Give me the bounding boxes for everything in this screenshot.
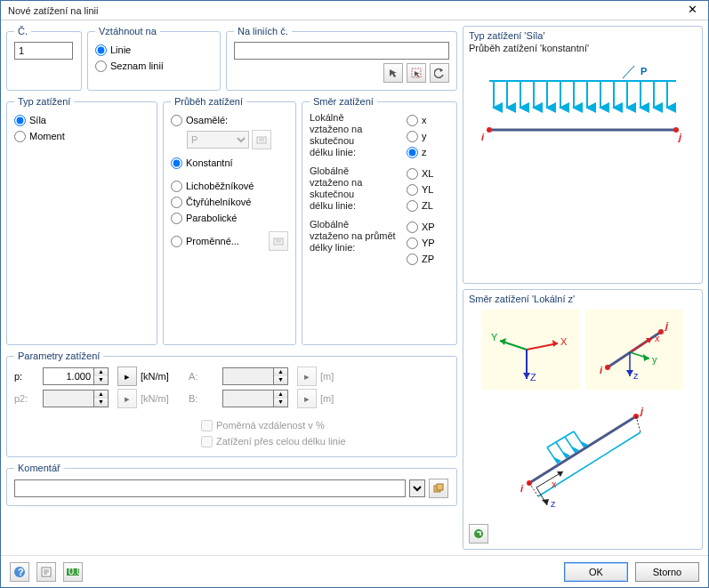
group-load-type: Typ zatížení Síla Moment bbox=[6, 96, 157, 345]
p2-extra-icon: ▸ bbox=[117, 389, 137, 408]
radio-xl[interactable] bbox=[407, 168, 418, 180]
cancel-button[interactable]: Storno bbox=[635, 562, 699, 582]
edit-combo-icon bbox=[252, 130, 271, 149]
axes-local-icon: i j x y z bbox=[585, 310, 683, 390]
preview1-diagram: P i j bbox=[476, 59, 689, 165]
global-real-label: Globálně vztaženo na skutečnou délku lin… bbox=[310, 165, 407, 212]
comment-input[interactable] bbox=[14, 479, 406, 497]
svg-line-56 bbox=[574, 431, 584, 447]
close-icon[interactable]: ✕ bbox=[680, 3, 705, 19]
group-load-distribution: Průběh zatížení Osamělé: P Konstantní Li… bbox=[163, 96, 296, 345]
radio-zl[interactable] bbox=[407, 200, 418, 212]
radio-konstantni[interactable] bbox=[171, 157, 182, 169]
svg-line-53 bbox=[547, 447, 558, 463]
radio-xp[interactable] bbox=[407, 222, 418, 233]
group-refer-to: Vztáhnout na Linie Seznam linií bbox=[87, 26, 221, 91]
svg-text:j: j bbox=[664, 320, 669, 331]
ok-button[interactable]: OK bbox=[564, 562, 628, 582]
comment-dropdown[interactable] bbox=[409, 479, 425, 497]
svg-line-48 bbox=[529, 416, 636, 483]
svg-text:z: z bbox=[633, 370, 639, 381]
chk-relative bbox=[201, 420, 213, 431]
lines-input[interactable] bbox=[234, 42, 449, 60]
radio-yl[interactable] bbox=[407, 184, 418, 196]
radio-licho[interactable] bbox=[171, 181, 182, 192]
legend-load-direction: Směr zatížení bbox=[310, 96, 377, 107]
radio-sila[interactable] bbox=[14, 115, 26, 126]
preview1-title: Typ zatížení 'Síla' bbox=[469, 30, 697, 41]
notes-icon[interactable] bbox=[36, 562, 56, 582]
svg-rect-8 bbox=[437, 484, 443, 490]
window-title: Nové zatížení na linii bbox=[8, 5, 680, 16]
legend-number: Č. bbox=[14, 26, 31, 36]
radio-ctyru[interactable] bbox=[171, 197, 182, 208]
svg-line-25 bbox=[623, 66, 634, 78]
svg-line-54 bbox=[556, 442, 567, 458]
axes-global-icon: X Y Z bbox=[482, 310, 580, 390]
svg-text:z: z bbox=[551, 498, 556, 509]
svg-text:Z: Z bbox=[530, 372, 536, 383]
b-unit: [m] bbox=[320, 393, 347, 404]
p-up[interactable]: ▲ bbox=[94, 368, 108, 376]
legend-parameters: Parametry zatížení bbox=[14, 350, 103, 361]
legend-refer-to: Vztáhnout na bbox=[95, 26, 160, 36]
radio-osamele[interactable] bbox=[171, 115, 182, 126]
svg-text:x: x bbox=[552, 479, 557, 489]
select-box-icon[interactable] bbox=[407, 63, 426, 83]
svg-text:X: X bbox=[560, 336, 568, 347]
a-unit: [m] bbox=[320, 371, 347, 382]
legend-on-lines: Na liniích č. bbox=[234, 26, 292, 36]
radio-x[interactable] bbox=[407, 115, 418, 126]
comment-library-icon[interactable] bbox=[429, 479, 448, 498]
radio-yp[interactable] bbox=[407, 238, 418, 249]
group-load-direction: Směr zatížení Lokálně vztaženo na skuteč… bbox=[302, 96, 457, 345]
a-label: A: bbox=[189, 371, 219, 382]
svg-text:P: P bbox=[641, 66, 647, 77]
button-bar: ? 0.00 OK Storno bbox=[1, 555, 708, 587]
svg-text:j: j bbox=[677, 132, 682, 142]
radio-moment[interactable] bbox=[14, 131, 26, 142]
preview-direction: Směr zatížení 'Lokální z' X Y Z bbox=[463, 289, 703, 550]
radio-y[interactable] bbox=[407, 131, 418, 142]
preview2-title: Směr zatížení 'Lokální z' bbox=[469, 294, 697, 304]
svg-text:?: ? bbox=[18, 567, 24, 577]
radio-zp[interactable] bbox=[407, 254, 418, 265]
svg-line-55 bbox=[565, 437, 576, 453]
a-extra-icon: ▸ bbox=[297, 366, 317, 386]
radio-linie[interactable] bbox=[95, 44, 107, 56]
legend-load-type: Typ zatížení bbox=[14, 96, 74, 107]
radio-seznam[interactable] bbox=[95, 60, 107, 72]
edit-variable-icon bbox=[269, 231, 288, 251]
radio-z[interactable] bbox=[407, 147, 418, 158]
help-icon[interactable]: ? bbox=[10, 562, 29, 582]
p-extra-icon[interactable]: ▸ bbox=[117, 366, 137, 386]
undo-icon[interactable] bbox=[430, 63, 449, 83]
units-icon[interactable]: 0.00 bbox=[63, 562, 83, 582]
svg-text:j: j bbox=[639, 406, 644, 416]
svg-text:Y: Y bbox=[491, 332, 498, 342]
pick-icon[interactable] bbox=[383, 63, 403, 83]
svg-point-38 bbox=[605, 365, 610, 370]
group-comment: Komentář bbox=[6, 463, 457, 506]
p-input[interactable] bbox=[43, 367, 94, 385]
radio-promenne[interactable] bbox=[171, 236, 182, 247]
preview-refresh-icon[interactable] bbox=[469, 524, 488, 544]
p-down[interactable]: ▼ bbox=[94, 376, 108, 384]
svg-text:y: y bbox=[652, 354, 657, 365]
a-input bbox=[222, 367, 274, 385]
group-on-lines: Na liniích č. bbox=[226, 26, 457, 91]
legend-comment: Komentář bbox=[14, 463, 64, 473]
local-label: Lokálně vztaženo na skutečnou délku lini… bbox=[310, 112, 407, 158]
svg-point-65 bbox=[474, 529, 483, 538]
number-input[interactable] bbox=[14, 42, 73, 60]
svg-point-27 bbox=[487, 127, 492, 133]
b-input bbox=[222, 390, 274, 407]
svg-text:x: x bbox=[655, 333, 660, 343]
svg-text:i: i bbox=[520, 483, 524, 494]
radio-parab[interactable] bbox=[171, 213, 182, 224]
chk-full-length bbox=[201, 436, 213, 447]
group-number: Č. bbox=[6, 26, 82, 91]
svg-text:i: i bbox=[600, 365, 603, 375]
group-load-parameters: Parametry zatížení p: ▲▼ ▸ [kN/m] A: ▲▼ … bbox=[6, 350, 457, 457]
p2-input bbox=[43, 390, 94, 407]
